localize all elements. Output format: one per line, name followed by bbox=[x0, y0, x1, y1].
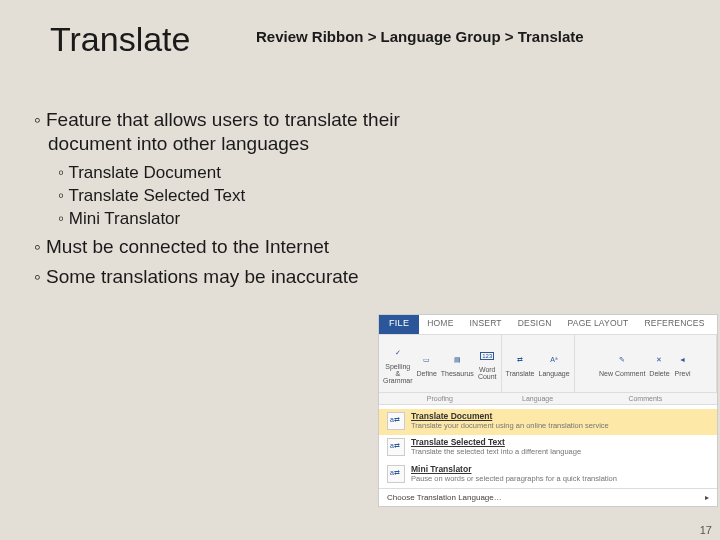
dd-mini-translator[interactable]: Mini Translator Pause on words or select… bbox=[379, 462, 717, 488]
new-comment-button[interactable]: ✎ New Comment bbox=[599, 351, 645, 377]
word-ribbon-screenshot: FILE HOME INSERT DESIGN PAGE LAYOUT REFE… bbox=[378, 314, 718, 507]
mini-translator-icon bbox=[387, 465, 405, 483]
translate-dropdown: Translate Document Translate your docume… bbox=[379, 405, 717, 506]
tab-file[interactable]: FILE bbox=[379, 315, 419, 334]
wordcount-button[interactable]: 123 Word Count bbox=[478, 347, 497, 380]
tab-design[interactable]: DESIGN bbox=[510, 315, 560, 334]
language-button[interactable]: Aᵃ Language bbox=[538, 351, 569, 377]
ritem-label: Translate bbox=[506, 370, 535, 377]
sub-bullet: Mini Translator bbox=[72, 208, 404, 229]
dd-desc: Translate your document using an online … bbox=[411, 422, 609, 431]
group-language: ⇄ Translate Aᵃ Language Language bbox=[502, 335, 575, 392]
slide: Translate Review Ribbon > Language Group… bbox=[0, 0, 720, 540]
sub-bullet: Translate Document bbox=[72, 162, 404, 183]
bullet-text: Must be connected to the Internet bbox=[46, 236, 329, 257]
ritem-label: Thesaurus bbox=[441, 370, 474, 377]
chevron-right-icon: ▸ bbox=[705, 493, 709, 502]
book-icon: ▭ bbox=[418, 351, 436, 369]
wordcount-icon: 123 bbox=[478, 347, 496, 365]
dd-translate-selected[interactable]: Translate Selected Text Translate the se… bbox=[379, 435, 717, 461]
tab-references[interactable]: REFERENCES bbox=[636, 315, 712, 334]
dd-desc: Pause on words or selected paragraphs fo… bbox=[411, 475, 617, 484]
bullet-text: Feature that allows users to translate t… bbox=[46, 109, 400, 154]
dd-footer-label: Choose Translation Language… bbox=[387, 493, 502, 502]
breadcrumb: Review Ribbon > Language Group > Transla… bbox=[256, 28, 584, 45]
delete-comment-button[interactable]: ✕ Delete bbox=[649, 351, 669, 377]
slide-title: Translate bbox=[50, 20, 190, 59]
bullet-item: Must be connected to the Internet bbox=[24, 235, 404, 259]
dd-desc: Translate the selected text into a diffe… bbox=[411, 448, 581, 457]
tab-pagelayout[interactable]: PAGE LAYOUT bbox=[560, 315, 637, 334]
tab-home[interactable]: HOME bbox=[419, 315, 461, 334]
ritem-label: Spelling & Grammar bbox=[383, 363, 413, 384]
group-label: Comments bbox=[575, 395, 716, 403]
ritem-label: Language bbox=[538, 370, 569, 377]
language-icon: Aᵃ bbox=[545, 351, 563, 369]
translate-icon: ⇄ bbox=[511, 351, 529, 369]
thesaurus-button[interactable]: ▤ Thesaurus bbox=[441, 351, 474, 377]
ritem-label: New Comment bbox=[599, 370, 645, 377]
ribbon-body: ✓ Spelling & Grammar ▭ Define ▤ Thesauru… bbox=[379, 335, 717, 393]
dd-choose-language[interactable]: Choose Translation Language… ▸ bbox=[379, 488, 717, 506]
spelling-button[interactable]: ✓ Spelling & Grammar bbox=[383, 344, 413, 384]
ritem-label: Word Count bbox=[478, 366, 497, 380]
tab-insert[interactable]: INSERT bbox=[462, 315, 510, 334]
ritem-label: Previ bbox=[675, 370, 691, 377]
delete-icon: ✕ bbox=[650, 351, 668, 369]
comment-icon: ✎ bbox=[613, 351, 631, 369]
translate-selected-icon bbox=[387, 438, 405, 456]
ribbon-tabs: FILE HOME INSERT DESIGN PAGE LAYOUT REFE… bbox=[379, 315, 717, 335]
group-label: Language bbox=[502, 395, 574, 403]
ritem-label: Define bbox=[417, 370, 437, 377]
define-button[interactable]: ▭ Define bbox=[417, 351, 437, 377]
sub-bullet: Translate Selected Text bbox=[72, 185, 404, 206]
thesaurus-icon: ▤ bbox=[448, 351, 466, 369]
previous-comment-button[interactable]: ◄ Previ bbox=[674, 351, 692, 377]
translate-button[interactable]: ⇄ Translate bbox=[506, 351, 535, 377]
prev-icon: ◄ bbox=[674, 351, 692, 369]
check-icon: ✓ bbox=[389, 344, 407, 362]
group-proofing: ✓ Spelling & Grammar ▭ Define ▤ Thesauru… bbox=[379, 335, 502, 392]
group-comments: ✎ New Comment ✕ Delete ◄ Previ Comments bbox=[575, 335, 717, 392]
bullet-item: Feature that allows users to translate t… bbox=[24, 108, 404, 229]
page-number: 17 bbox=[700, 524, 712, 536]
bullet-item: Some translations may be inaccurate bbox=[24, 265, 404, 289]
translate-doc-icon bbox=[387, 412, 405, 430]
ritem-label: Delete bbox=[649, 370, 669, 377]
bullet-text: Some translations may be inaccurate bbox=[46, 266, 359, 287]
group-label: Proofing bbox=[379, 395, 501, 403]
bullet-list: Feature that allows users to translate t… bbox=[24, 108, 404, 295]
dd-translate-document[interactable]: Translate Document Translate your docume… bbox=[379, 409, 717, 435]
